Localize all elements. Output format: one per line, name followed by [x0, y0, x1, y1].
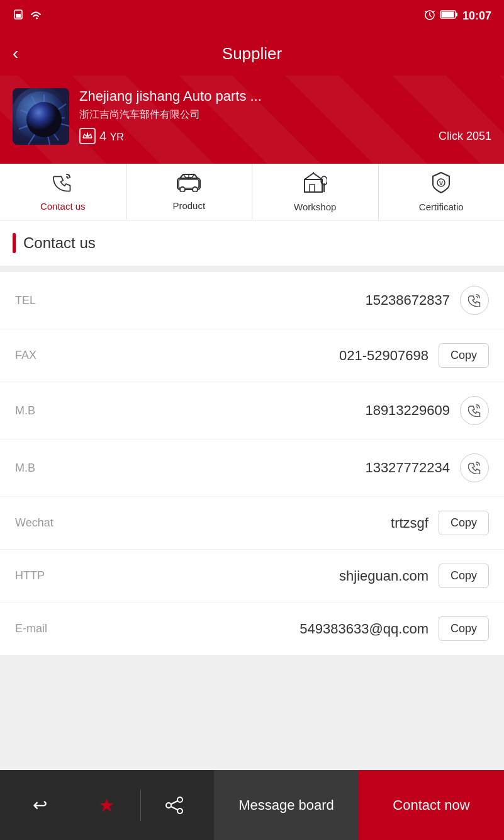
tab-contact-us-label: Contact us	[40, 201, 86, 212]
crown-icon	[79, 128, 96, 144]
svg-rect-5	[456, 13, 457, 16]
status-right-icons: 10:07	[423, 8, 491, 23]
favorite-button[interactable]: ★	[73, 770, 140, 840]
contact-list: TEL 15238672837 FAX 021-52907698 Copy M.…	[0, 272, 504, 656]
value-tel: 15238672837	[91, 292, 450, 309]
value-fax: 021-52907698	[91, 348, 428, 364]
supplier-info: Zhejiang jishang Auto parts ... 浙江吉尚汽车部件…	[79, 88, 491, 144]
contact-now-label: Contact now	[393, 797, 469, 814]
share-button[interactable]	[141, 770, 208, 840]
svg-point-19	[180, 187, 185, 192]
battery-icon	[440, 9, 459, 22]
label-mb2: M.B	[15, 462, 91, 475]
star-icon: ★	[98, 794, 115, 816]
call-mb1-button[interactable]	[460, 396, 489, 425]
bottom-bar: ↩ ★ Message board Contact now	[0, 770, 504, 840]
section-bar	[13, 233, 16, 253]
svg-point-31	[177, 809, 182, 814]
svg-point-30	[166, 803, 171, 808]
copy-http-button[interactable]: Copy	[439, 564, 489, 588]
svg-point-16	[26, 102, 62, 137]
message-board-button[interactable]: Message board	[214, 770, 359, 840]
svg-rect-4	[441, 12, 454, 18]
svg-point-29	[177, 797, 182, 802]
tab-product[interactable]: Product	[126, 164, 253, 220]
supplier-meta: 4 YR Click 2051	[79, 128, 491, 144]
copy-email-button[interactable]: Copy	[439, 616, 489, 641]
status-left-icons	[13, 9, 43, 23]
contact-us-icon	[53, 173, 73, 197]
contact-now-button[interactable]: Contact now	[359, 770, 504, 840]
supplier-name: Zhejiang jishang Auto parts ...	[79, 88, 491, 105]
label-mb1: M.B	[15, 404, 91, 417]
section-header: Contact us	[0, 220, 504, 266]
supplier-hero: Zhejiang jishang Auto parts ... 浙江吉尚汽车部件…	[0, 76, 504, 164]
contact-row-email: E-mail 549383633@qq.com Copy	[0, 603, 504, 656]
value-wechat: trtzsgf	[91, 515, 428, 531]
call-tel-button[interactable]	[460, 286, 489, 315]
wifi-icon	[29, 9, 43, 23]
svg-line-33	[171, 807, 177, 810]
tab-workshop[interactable]: Workshop	[252, 164, 379, 220]
bottom-actions: ↩ ★	[0, 770, 214, 840]
workshop-icon	[303, 172, 327, 198]
supplier-logo	[13, 88, 69, 145]
svg-text:V: V	[439, 180, 443, 186]
page-title: Supplier	[222, 44, 282, 64]
label-email: E-mail	[15, 622, 91, 635]
contact-row-fax: FAX 021-52907698 Copy	[0, 329, 504, 382]
svg-rect-22	[305, 179, 322, 192]
sim-icon	[13, 9, 24, 23]
content-scroll[interactable]: Contact us TEL 15238672837 FAX 021-52907…	[0, 220, 504, 802]
tab-certificatio-label: Certificatio	[419, 201, 464, 212]
svg-line-32	[171, 801, 177, 804]
contact-row-wechat: Wechat trtzsgf Copy	[0, 497, 504, 550]
supplier-avatar	[16, 91, 66, 142]
supplier-name-cn: 浙江吉尚汽车部件有限公司	[79, 108, 491, 122]
value-email: 549383633@qq.com	[91, 621, 428, 637]
tab-contact-us[interactable]: Contact us	[0, 164, 126, 220]
time-display: 10:07	[462, 9, 491, 23]
contact-row-tel: TEL 15238672837	[0, 272, 504, 329]
back-icon: ↩	[33, 795, 47, 815]
label-http: HTTP	[15, 569, 91, 582]
certificatio-icon: V	[432, 172, 451, 198]
contact-row-http: HTTP shjieguan.com Copy	[0, 550, 504, 603]
tab-product-label: Product	[172, 200, 205, 211]
tab-certificatio[interactable]: V Certificatio	[379, 164, 505, 220]
svg-rect-23	[310, 184, 315, 192]
tab-navigation: Contact us Product	[0, 164, 504, 220]
value-mb2: 13327772234	[91, 460, 450, 476]
back-button[interactable]: ‹	[13, 45, 18, 62]
label-wechat: Wechat	[15, 516, 91, 530]
contact-row-mb1: M.B 18913229609	[0, 382, 504, 440]
label-tel: TEL	[15, 294, 91, 307]
tab-workshop-label: Workshop	[294, 201, 336, 212]
copy-wechat-button[interactable]: Copy	[439, 511, 489, 535]
status-bar: 10:07	[0, 0, 504, 31]
call-mb2-button[interactable]	[460, 453, 489, 482]
contact-row-mb2: M.B 13327772234	[0, 440, 504, 497]
section-title: Contact us	[23, 234, 96, 252]
value-http: shjieguan.com	[91, 568, 428, 584]
supplier-years: 4 YR	[79, 128, 124, 144]
back-action-button[interactable]: ↩	[6, 770, 73, 840]
message-board-label: Message board	[238, 797, 334, 814]
value-mb1: 18913229609	[91, 402, 450, 419]
year-count: 4 YR	[99, 129, 124, 144]
alarm-icon	[423, 8, 436, 23]
svg-rect-1	[16, 14, 21, 18]
label-fax: FAX	[15, 349, 91, 362]
click-count: Click 2051	[439, 130, 491, 143]
header: ‹ Supplier	[0, 31, 504, 76]
share-icon	[165, 796, 184, 815]
copy-fax-button[interactable]: Copy	[439, 343, 489, 368]
svg-point-20	[193, 187, 198, 192]
product-icon	[177, 173, 201, 196]
